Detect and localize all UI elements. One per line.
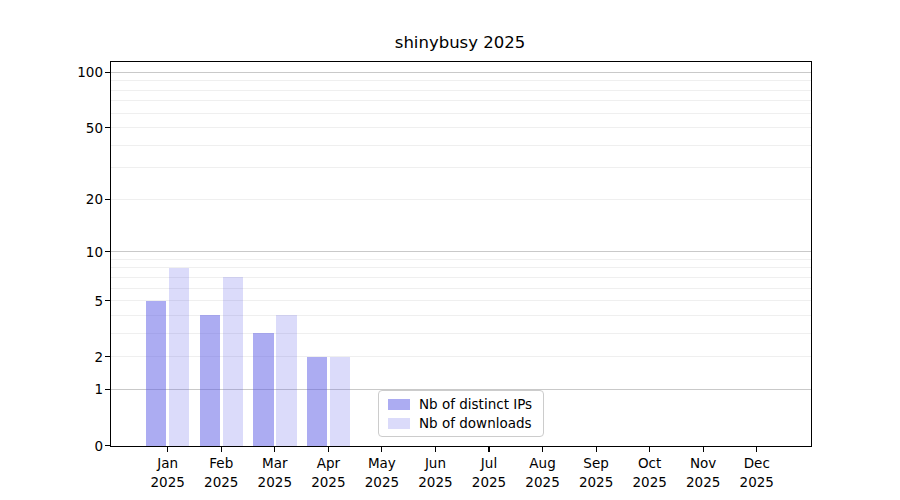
x-tick-mark (167, 447, 168, 452)
x-tick-mark (435, 447, 436, 452)
y-tick-mark (105, 445, 110, 446)
legend: Nb of distinct IPs Nb of downloads (378, 390, 544, 437)
minor-gridline (111, 145, 811, 146)
y-tick-label: 20 (33, 190, 103, 208)
bar (146, 301, 167, 446)
legend-swatch-downloads-icon (388, 418, 410, 429)
bar (330, 357, 351, 446)
legend-label-downloads: Nb of downloads (419, 415, 532, 431)
y-tick-label: 50 (33, 119, 103, 137)
y-tick-mark (105, 72, 110, 73)
bar (200, 315, 221, 445)
y-tick-label: 100 (33, 63, 103, 81)
minor-gridline (111, 90, 811, 91)
minor-gridline (111, 100, 811, 101)
bar (253, 333, 274, 445)
minor-gridline (111, 277, 811, 278)
legend-label-distinct-ips: Nb of distinct IPs (419, 396, 532, 412)
legend-entry-downloads: Nb of downloads (388, 415, 543, 431)
legend-swatch-distinct-ips-icon (388, 399, 410, 410)
y-tick-mark (105, 300, 110, 301)
y-tick-label: 1 (33, 380, 103, 398)
x-tick-month: Dec (715, 454, 799, 473)
bar (276, 315, 297, 445)
minor-gridline (111, 167, 811, 168)
bar (307, 357, 328, 446)
plot-area: 0125102050100Jan2025Feb2025Mar2025Apr202… (110, 61, 812, 447)
x-tick-mark (756, 447, 757, 452)
major-gridline (111, 72, 811, 73)
minor-gridline (111, 267, 811, 268)
x-tick-mark (596, 447, 597, 452)
y-tick-mark (105, 389, 110, 390)
major-gridline (111, 251, 811, 252)
bar (169, 268, 190, 446)
legend-entry-distinct-ips: Nb of distinct IPs (388, 396, 543, 412)
x-tick-year: 2025 (715, 473, 799, 492)
minor-gridline (111, 288, 811, 289)
y-tick-mark (105, 199, 110, 200)
minor-gridline (111, 80, 811, 81)
x-tick-mark (703, 447, 704, 452)
x-tick-mark (649, 447, 650, 452)
x-tick-mark (381, 447, 382, 452)
x-tick-mark (328, 447, 329, 452)
x-tick-mark (221, 447, 222, 452)
bar (223, 277, 244, 445)
x-tick-mark (488, 447, 489, 452)
chart-title: shinybusy 2025 (110, 33, 810, 53)
minor-gridline (111, 300, 811, 301)
y-tick-mark (105, 356, 110, 357)
chart-figure: shinybusy 2025 0125102050100Jan2025Feb20… (0, 0, 900, 500)
x-tick-label: Dec2025 (715, 454, 799, 492)
x-tick-mark (542, 447, 543, 452)
y-tick-mark (105, 127, 110, 128)
x-tick-mark (274, 447, 275, 452)
y-tick-label: 10 (33, 243, 103, 261)
y-tick-label: 0 (33, 437, 103, 455)
y-tick-label: 5 (33, 292, 103, 310)
y-tick-mark (105, 251, 110, 252)
minor-gridline (111, 259, 811, 260)
minor-gridline (111, 113, 811, 114)
y-tick-label: 2 (33, 348, 103, 366)
minor-gridline (111, 127, 811, 128)
minor-gridline (111, 199, 811, 200)
